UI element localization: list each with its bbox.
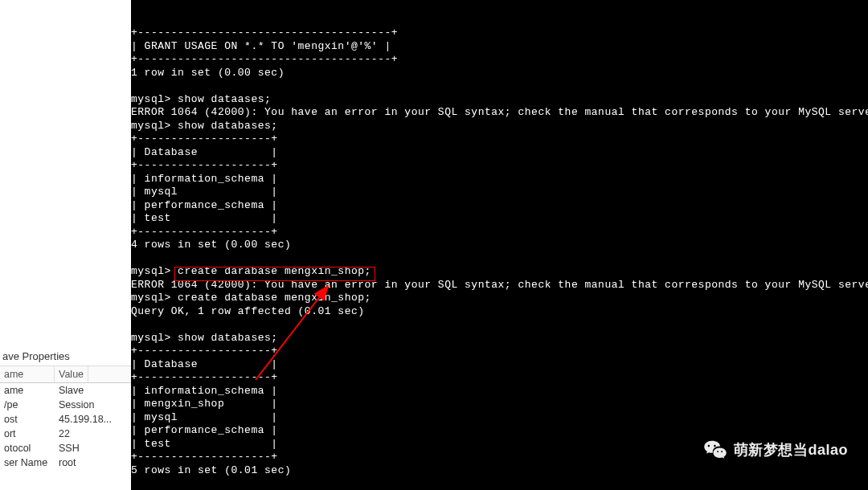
property-value: 45.199.18... bbox=[55, 412, 116, 427]
properties-row[interactable]: ser Name root bbox=[0, 455, 131, 470]
properties-row[interactable]: ort 22 bbox=[0, 427, 131, 441]
wechat-watermark: 萌新梦想当dalao bbox=[703, 438, 848, 462]
property-value: Session bbox=[55, 398, 98, 412]
property-value: SSH bbox=[55, 441, 84, 455]
property-value: 22 bbox=[55, 427, 74, 441]
properties-header: ame Value bbox=[0, 366, 131, 383]
wechat-text: 萌新梦想当dalao bbox=[734, 443, 848, 457]
properties-row[interactable]: ost 45.199.18... bbox=[0, 412, 131, 427]
property-name: /pe bbox=[0, 398, 55, 412]
property-name: ort bbox=[0, 427, 55, 441]
property-value: root bbox=[55, 455, 80, 470]
property-name: ame bbox=[0, 383, 55, 398]
properties-row[interactable]: ame Slave bbox=[0, 383, 131, 398]
properties-header-value[interactable]: Value bbox=[55, 366, 88, 382]
property-name: ost bbox=[0, 412, 55, 427]
properties-row[interactable]: /pe Session bbox=[0, 398, 131, 412]
property-name: otocol bbox=[0, 441, 55, 455]
wechat-icon bbox=[703, 438, 727, 462]
properties-header-name[interactable]: ame bbox=[0, 366, 55, 382]
terminal-window[interactable]: +--------------------------------------+… bbox=[131, 0, 868, 490]
properties-panel: ave Properties ame Value ame Slave /pe S… bbox=[0, 347, 131, 470]
property-name: ser Name bbox=[0, 455, 55, 470]
property-value: Slave bbox=[55, 383, 88, 398]
properties-row[interactable]: otocol SSH bbox=[0, 441, 131, 455]
properties-title: ave Properties bbox=[0, 347, 131, 366]
terminal-content: +--------------------------------------+… bbox=[131, 27, 868, 490]
